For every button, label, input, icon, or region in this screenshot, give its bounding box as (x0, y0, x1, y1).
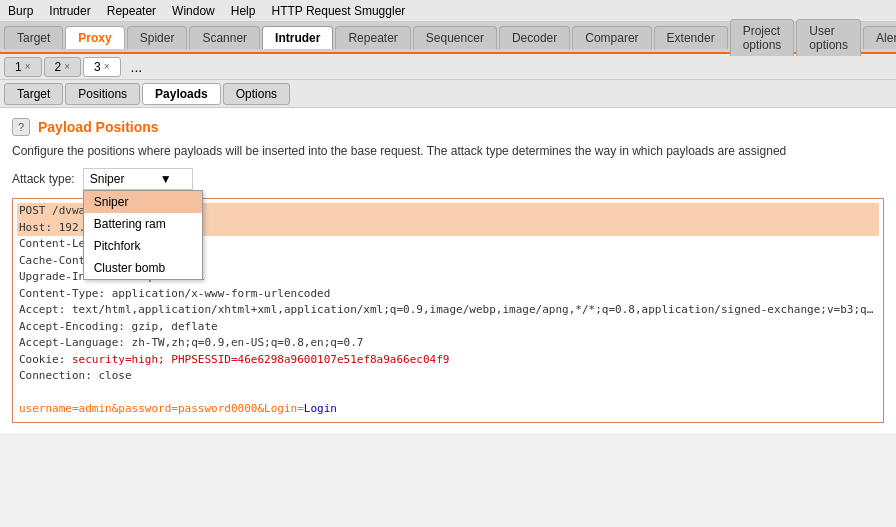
menu-window[interactable]: Window (164, 2, 223, 20)
menu-repeater[interactable]: Repeater (99, 2, 164, 20)
instance-tab-1-close[interactable]: × (25, 61, 31, 72)
subtab-payloads[interactable]: Payloads (142, 83, 221, 105)
instance-tab-2[interactable]: 2 × (44, 57, 82, 77)
post-body: username=admin&password=password0000&Log… (19, 402, 337, 415)
main-content: ? Payload Positions Configure the positi… (0, 108, 896, 433)
tab-scanner[interactable]: Scanner (189, 26, 260, 49)
request-line-10: Connection: close (17, 368, 879, 385)
instance-tab-1-label: 1 (15, 60, 22, 74)
tab-proxy[interactable]: Proxy (65, 26, 124, 49)
section-title: Payload Positions (38, 119, 159, 135)
attack-option-battering-ram[interactable]: Battering ram (84, 213, 202, 235)
attack-option-pitchfork[interactable]: Pitchfork (84, 235, 202, 257)
tab-intruder[interactable]: Intruder (262, 26, 333, 49)
login-value: Login (304, 402, 337, 415)
instance-tab-3-label: 3 (94, 60, 101, 74)
request-line-9: Cookie: security=high; PHPSESSID=46e6298… (17, 352, 879, 369)
instance-tab-2-close[interactable]: × (64, 61, 70, 72)
dropdown-arrow-icon: ▼ (160, 172, 172, 186)
tab-repeater[interactable]: Repeater (335, 26, 410, 49)
subtab-target[interactable]: Target (4, 83, 63, 105)
attack-type-menu: Sniper Battering ram Pitchfork Cluster b… (83, 190, 203, 280)
tab-spider[interactable]: Spider (127, 26, 188, 49)
section-description: Configure the positions where payloads w… (12, 144, 884, 158)
cookie-security: security=high; PHPSESSID=46e6298a9600107… (72, 353, 450, 366)
tab-extender[interactable]: Extender (654, 26, 728, 49)
instance-tab-1[interactable]: 1 × (4, 57, 42, 77)
menu-intruder[interactable]: Intruder (41, 2, 98, 20)
tab-project-options[interactable]: Project options (730, 19, 795, 56)
attack-type-label: Attack type: (12, 172, 75, 186)
tab-comparer[interactable]: Comparer (572, 26, 651, 49)
subtabbar: Target Positions Payloads Options (0, 80, 896, 108)
attack-option-sniper[interactable]: Sniper (84, 191, 202, 213)
top-tabbar: Target Proxy Spider Scanner Intruder Rep… (0, 22, 896, 54)
tab-alerts[interactable]: Alerts (863, 26, 896, 49)
tab-sequencer[interactable]: Sequencer (413, 26, 497, 49)
tab-target[interactable]: Target (4, 26, 63, 49)
attack-type-current: Sniper (90, 172, 125, 186)
menu-burp[interactable]: Burp (0, 2, 41, 20)
menu-smuggler[interactable]: HTTP Request Smuggler (263, 2, 413, 20)
request-line-5: Content-Type: application/x-www-form-url… (17, 286, 879, 303)
instance-tab-3-close[interactable]: × (104, 61, 110, 72)
request-line-6: Accept: text/html,application/xhtml+xml,… (17, 302, 879, 319)
subtab-positions[interactable]: Positions (65, 83, 140, 105)
tab-user-options[interactable]: User options (796, 19, 861, 56)
request-line-7: Accept-Encoding: gzip, deflate (17, 319, 879, 336)
attack-type-container: Sniper ▼ Sniper Battering ram Pitchfork … (83, 168, 193, 190)
instance-tab-3[interactable]: 3 × (83, 57, 121, 77)
section-header: ? Payload Positions (12, 118, 884, 136)
tab-decoder[interactable]: Decoder (499, 26, 570, 49)
attack-type-row: Attack type: Sniper ▼ Sniper Battering r… (12, 168, 884, 190)
attack-type-dropdown[interactable]: Sniper ▼ (83, 168, 193, 190)
request-line-8: Accept-Language: zh-TW,zh;q=0.9,en-US;q=… (17, 335, 879, 352)
instance-tab-2-label: 2 (55, 60, 62, 74)
menu-help[interactable]: Help (223, 2, 264, 20)
instance-tabbar: 1 × 2 × 3 × ... (0, 54, 896, 80)
instance-tab-more[interactable]: ... (123, 57, 151, 77)
request-line-12: username=admin&password=password0000&Log… (17, 401, 879, 418)
request-line-11 (17, 385, 879, 402)
subtab-options[interactable]: Options (223, 83, 290, 105)
help-button[interactable]: ? (12, 118, 30, 136)
attack-option-cluster-bomb[interactable]: Cluster bomb (84, 257, 202, 279)
